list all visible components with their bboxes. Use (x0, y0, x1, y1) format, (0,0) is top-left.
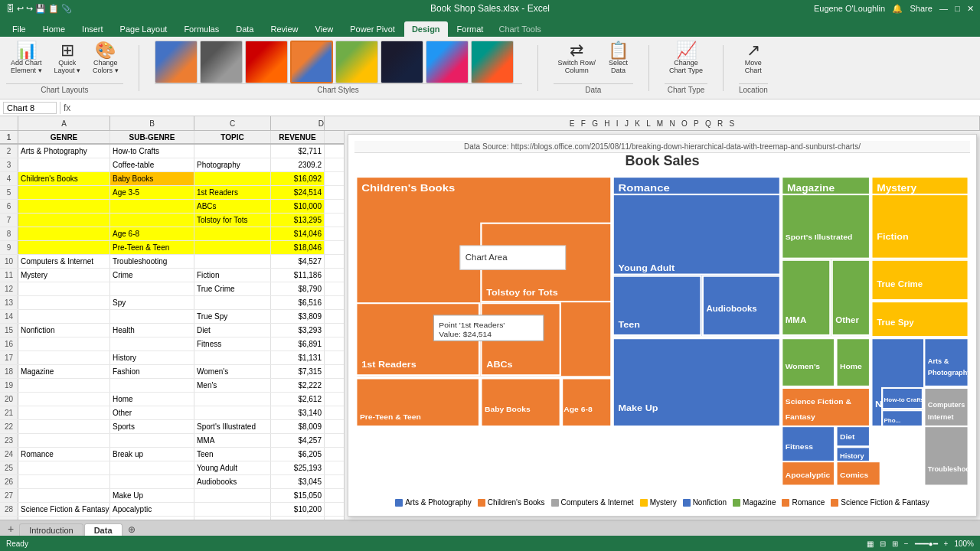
location-buttons: ↗ MoveChart (740, 40, 766, 77)
ribbon-group-type: 📈 ChangeChart Type Chart Type (665, 40, 707, 96)
ribbon-group-chart-styles: Chart Styles (155, 40, 522, 96)
chart-style-4[interactable] (290, 41, 333, 83)
svg-text:Home: Home (840, 362, 862, 370)
treemap[interactable]: Children's Books 1st Readers ABCs Tolsto… (354, 175, 970, 495)
table-row: 27Make Up$15,050 (0, 489, 344, 503)
tab-design[interactable]: Design (404, 21, 448, 37)
svg-text:MMA: MMA (786, 316, 806, 324)
change-chart-type-button[interactable]: 📈 ChangeChart Type (665, 40, 707, 77)
treemap-cell-troubleshoot[interactable] (924, 426, 968, 485)
quick-layout-button[interactable]: ⊞ QuickLayout ▾ (50, 40, 86, 77)
legend-label-arts: Arts & Photography (405, 498, 472, 507)
title-bar: 🗄 ↩ ↪ 💾 📋 📎 Book Shop Sales.xlsx - Excel… (0, 0, 980, 17)
tab-file[interactable]: File (5, 21, 34, 37)
svg-text:Tolstoy for Tots: Tolstoy for Tots (486, 287, 558, 297)
svg-text:Other: Other (835, 316, 859, 324)
tab-view[interactable]: View (308, 21, 341, 37)
location-group-label: Location (739, 83, 768, 94)
svg-text:How-to Crafts: How-to Crafts (884, 396, 924, 403)
chart-style-7[interactable] (426, 41, 469, 83)
formula-sep (60, 102, 60, 114)
tab-home[interactable]: Home (35, 21, 73, 37)
legend-label-childrens: Children's Books (488, 498, 545, 507)
legend-label-nonfiction: Nonfiction (693, 498, 727, 507)
title-bar-center: Book Shop Sales.xlsx - Excel (430, 3, 550, 14)
legend-label-romance: Romance (792, 498, 825, 507)
treemap-cell-young-adult[interactable] (613, 194, 780, 275)
table-row: 14True Spy$3,809 (0, 310, 344, 324)
chart-style-1[interactable] (155, 41, 198, 83)
legend-arts: Arts & Photography (395, 498, 472, 507)
svg-text:Chart Area: Chart Area (466, 253, 508, 261)
switch-label: Switch Row/Column (558, 59, 596, 74)
tab-data[interactable]: Data (84, 523, 122, 536)
svg-text:Diet: Diet (840, 432, 855, 440)
sheet-header-row: 1 GENRE SUB-GENRE TOPIC REVENUE (0, 131, 344, 145)
ribbon-tabs: File Home Insert Page Layout Formulas Da… (0, 17, 980, 37)
chart-style-8[interactable] (471, 41, 514, 83)
table-row: 2Arts & PhotographyHow-to Crafts$2,711 (0, 145, 344, 158)
svg-text:Science Fiction &: Science Fiction & (786, 397, 851, 405)
treemap-cell-sports-illustrated[interactable] (782, 194, 870, 259)
add-chart-element-button[interactable]: 📊 Add ChartElement ▾ (6, 40, 47, 77)
new-sheet-button[interactable]: ⊕ (123, 523, 140, 536)
col-a-header[interactable]: A (18, 116, 110, 130)
switch-row-col-button[interactable]: ⇄ Switch Row/Column (554, 40, 601, 77)
sep4 (723, 45, 724, 91)
chart-layout-buttons: 📊 Add ChartElement ▾ ⊞ QuickLayout ▾ 🎨 C… (6, 40, 123, 77)
ribbon-group-location: ↗ MoveChart Location (739, 40, 768, 96)
chart-layouts-label: Chart Layouts (6, 83, 123, 94)
tab-powerpivot[interactable]: Power Pivot (342, 21, 403, 37)
tab-introduction[interactable]: Introduction (19, 523, 83, 536)
svg-text:Women's: Women's (786, 362, 821, 370)
tab-format[interactable]: Format (449, 21, 492, 37)
tab-review[interactable]: Review (263, 21, 305, 37)
svg-text:Make Up: Make Up (619, 403, 658, 413)
tab-formulas[interactable]: Formulas (176, 21, 227, 37)
table-row: 4Children's BooksBaby Books$16,092 (0, 172, 344, 186)
cell-a1[interactable]: GENRE (18, 131, 110, 143)
chart-container[interactable]: Data Source: https://blogs.office.com/20… (348, 134, 977, 517)
svg-text:Age 6-8: Age 6-8 (564, 406, 593, 413)
chart-style-2[interactable] (200, 41, 243, 83)
treemap-cell-fiction[interactable] (871, 194, 968, 259)
legend-label-computers: Computers & Internet (561, 498, 634, 507)
quick-layout-icon: ⊞ (60, 42, 74, 59)
chart-style-5[interactable] (335, 41, 378, 83)
change-colors-label: ChangeColors ▾ (93, 59, 119, 74)
table-row: 18MagazineFashionWomen's$7,315 (0, 365, 344, 379)
tab-data[interactable]: Data (228, 21, 261, 37)
name-box[interactable] (3, 102, 57, 114)
ribbon-group-data: ⇄ Switch Row/Column 📋 SelectData Data (554, 40, 634, 96)
col-rest-header: E F G H I J K L M N O P Q R S (325, 116, 980, 130)
legend-label-magazine: Magazine (743, 498, 776, 507)
treemap-cell-age6-8[interactable] (562, 378, 611, 426)
cell-b1[interactable]: SUB-GENRE (110, 131, 194, 143)
svg-text:True Crime: True Crime (877, 280, 923, 289)
data-source: Data Source: https://blogs.office.com/20… (354, 141, 970, 153)
add-chart-icon: 📊 (16, 42, 37, 59)
chart-title: Book Sales (354, 153, 970, 169)
tab-insert[interactable]: Insert (74, 21, 111, 37)
svg-text:Romance: Romance (619, 182, 670, 194)
move-chart-button[interactable]: ↗ MoveChart (740, 40, 766, 77)
add-sheet-button[interactable]: + (3, 521, 18, 536)
treemap-cell-baby[interactable] (481, 378, 560, 426)
select-data-button[interactable]: 📋 SelectData (603, 40, 633, 77)
tab-pagelayout[interactable]: Page Layout (113, 21, 175, 37)
svg-text:Computers: Computers (928, 401, 965, 409)
sep3 (648, 45, 649, 91)
chart-style-3[interactable] (245, 41, 288, 83)
svg-text:Audiobooks: Audiobooks (706, 304, 756, 312)
svg-text:Young Adult: Young Adult (619, 263, 675, 273)
status-bar: Ready ▦ ⊟ ⊞ − ━━━●━ + 100% (0, 536, 980, 536)
cell-c1[interactable]: TOPIC (194, 131, 271, 143)
col-d-header[interactable]: D (271, 116, 325, 130)
table-row: 3Coffee-tablePhotography2309.2 (0, 158, 344, 172)
col-c-header[interactable]: C (194, 116, 271, 130)
col-b-header[interactable]: B (110, 116, 194, 130)
legend-dot-magazine (733, 499, 740, 507)
cell-d1[interactable]: REVENUE (271, 131, 325, 143)
change-colors-button[interactable]: 🎨 ChangeColors ▾ (88, 40, 123, 77)
chart-style-6[interactable] (381, 41, 423, 83)
